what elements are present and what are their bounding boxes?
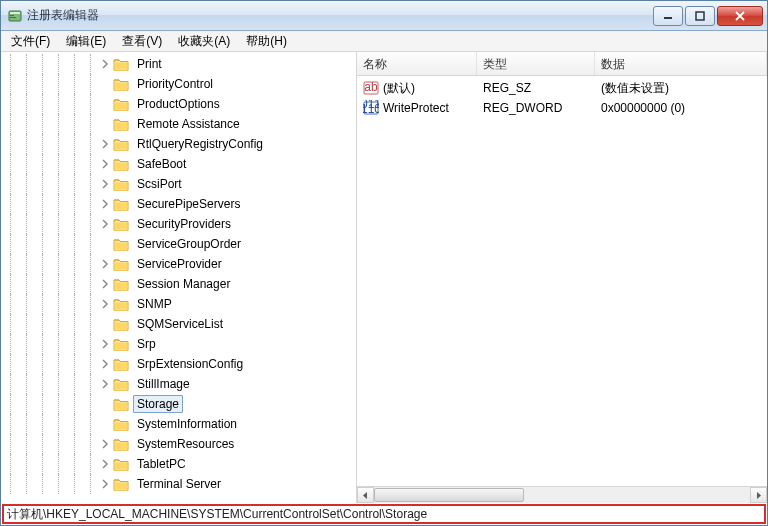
folder-icon (113, 76, 129, 92)
tree-item-label: SecurePipeServers (133, 195, 244, 213)
body: PrintPriorityControlProductOptionsRemote… (1, 52, 767, 503)
tree-item[interactable]: PriorityControl (1, 74, 356, 94)
scroll-right-button[interactable] (750, 487, 767, 503)
tree-item[interactable]: SecurityProviders (1, 214, 356, 234)
scroll-thumb[interactable] (374, 488, 524, 502)
list-body[interactable]: ab(默认)REG_SZ(数值未设置)011110WriteProtectREG… (357, 76, 767, 486)
tree-item[interactable]: ProductOptions (1, 94, 356, 114)
reg-string-icon: ab (363, 80, 379, 96)
column-type[interactable]: 类型 (477, 52, 595, 75)
tree-item-label: StillImage (133, 375, 194, 393)
scroll-left-button[interactable] (357, 487, 374, 503)
chevron-right-icon[interactable] (99, 358, 111, 370)
chevron-right-icon[interactable] (99, 478, 111, 490)
list-row[interactable]: ab(默认)REG_SZ(数值未设置) (357, 78, 767, 98)
chevron-right-icon[interactable] (99, 58, 111, 70)
folder-icon (113, 416, 129, 432)
minimize-button[interactable] (653, 6, 683, 26)
menu-favorites[interactable]: 收藏夹(A) (170, 31, 238, 52)
folder-icon (113, 316, 129, 332)
tree-item[interactable]: Storage (1, 394, 356, 414)
folder-icon (113, 296, 129, 312)
tree-item-label: Srp (133, 335, 160, 353)
chevron-right-icon[interactable] (99, 178, 111, 190)
chevron-right-icon[interactable] (99, 438, 111, 450)
tree-item[interactable]: Remote Assistance (1, 114, 356, 134)
tree-item[interactable]: TabletPC (1, 454, 356, 474)
chevron-right-icon[interactable] (99, 278, 111, 290)
chevron-right-icon[interactable] (99, 338, 111, 350)
tree-item-label: ScsiPort (133, 175, 186, 193)
tree-item[interactable]: ServiceGroupOrder (1, 234, 356, 254)
tree-item[interactable]: StillImage (1, 374, 356, 394)
folder-icon (113, 256, 129, 272)
tree-item[interactable]: SystemResources (1, 434, 356, 454)
tree-item[interactable]: RtlQueryRegistryConfig (1, 134, 356, 154)
tree-item[interactable]: Srp (1, 334, 356, 354)
tree-item[interactable]: Session Manager (1, 274, 356, 294)
menu-edit[interactable]: 编辑(E) (58, 31, 114, 52)
tree-item-label: SQMServiceList (133, 315, 227, 333)
folder-icon (113, 336, 129, 352)
tree-item-label: Session Manager (133, 275, 234, 293)
tree-item-label: SystemResources (133, 435, 238, 453)
app-icon (7, 8, 23, 24)
folder-icon (113, 276, 129, 292)
chevron-right-icon[interactable] (99, 258, 111, 270)
chevron-right-icon[interactable] (99, 198, 111, 210)
tree-item[interactable]: SystemInformation (1, 414, 356, 434)
tree-item[interactable]: SNMP (1, 294, 356, 314)
folder-icon (113, 436, 129, 452)
chevron-right-icon[interactable] (99, 218, 111, 230)
window-controls (653, 6, 763, 26)
chevron-right-icon[interactable] (99, 458, 111, 470)
folder-icon (113, 176, 129, 192)
tree-pane[interactable]: PrintPriorityControlProductOptionsRemote… (1, 52, 357, 503)
folder-icon (113, 96, 129, 112)
tree-item[interactable]: SrpExtensionConfig (1, 354, 356, 374)
value-data: 0x00000000 (0) (601, 101, 685, 115)
tree-item[interactable]: ScsiPort (1, 174, 356, 194)
menu-help[interactable]: 帮助(H) (238, 31, 295, 52)
folder-icon (113, 376, 129, 392)
scroll-track[interactable] (374, 487, 750, 503)
menu-file[interactable]: 文件(F) (3, 31, 58, 52)
tree-item[interactable]: SafeBoot (1, 154, 356, 174)
folder-icon (113, 396, 129, 412)
list-pane: 名称 类型 数据 ab(默认)REG_SZ(数值未设置)011110WriteP… (357, 52, 767, 503)
tree-item-label: Print (133, 55, 166, 73)
column-name[interactable]: 名称 (357, 52, 477, 75)
tree-item[interactable]: SQMServiceList (1, 314, 356, 334)
menu-view[interactable]: 查看(V) (114, 31, 170, 52)
chevron-right-icon[interactable] (99, 158, 111, 170)
folder-icon (113, 476, 129, 492)
tree-item-label: ProductOptions (133, 95, 224, 113)
folder-icon (113, 216, 129, 232)
chevron-right-icon[interactable] (99, 298, 111, 310)
tree-item[interactable]: SecurePipeServers (1, 194, 356, 214)
tree-item[interactable]: Print (1, 54, 356, 74)
folder-icon (113, 56, 129, 72)
tree-item-label: RtlQueryRegistryConfig (133, 135, 267, 153)
svg-rect-5 (696, 12, 704, 20)
column-data[interactable]: 数据 (595, 52, 767, 75)
svg-rect-3 (10, 17, 16, 18)
titlebar[interactable]: 注册表编辑器 (1, 1, 767, 31)
value-name: WriteProtect (383, 101, 449, 115)
chevron-right-icon[interactable] (99, 378, 111, 390)
tree-item-label: Storage (133, 395, 183, 413)
svg-rect-4 (664, 17, 672, 19)
chevron-right-icon[interactable] (99, 138, 111, 150)
maximize-button[interactable] (685, 6, 715, 26)
list-row[interactable]: 011110WriteProtectREG_DWORD0x00000000 (0… (357, 98, 767, 118)
list-hscroll[interactable] (357, 486, 767, 503)
tree-item-label: ServiceProvider (133, 255, 226, 273)
reg-binary-icon: 011110 (363, 100, 379, 116)
close-button[interactable] (717, 6, 763, 26)
svg-text:110: 110 (363, 102, 379, 116)
tree-item[interactable]: Terminal Server (1, 474, 356, 494)
tree-item[interactable]: ServiceProvider (1, 254, 356, 274)
tree-item-label: PriorityControl (133, 75, 217, 93)
tree-item-label: ServiceGroupOrder (133, 235, 245, 253)
menubar: 文件(F) 编辑(E) 查看(V) 收藏夹(A) 帮助(H) (1, 31, 767, 52)
